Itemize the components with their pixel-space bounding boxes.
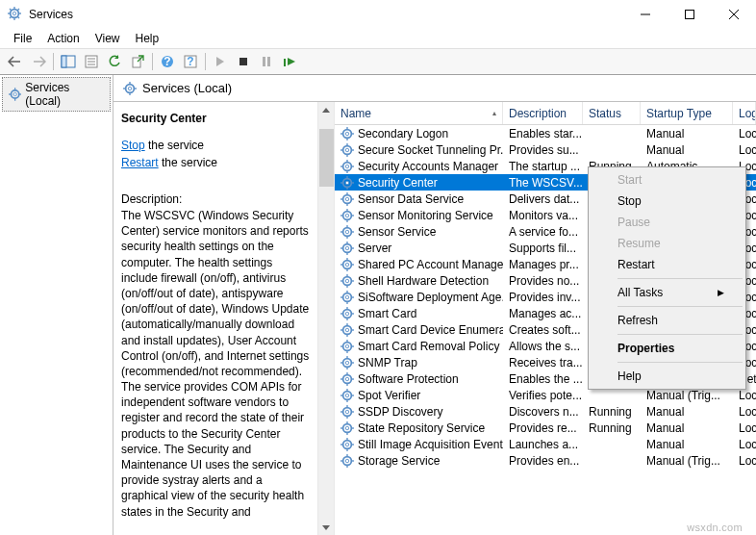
cell-name: Security Accounts Manager (335, 160, 503, 173)
menu-view[interactable]: View (88, 30, 128, 47)
gear-icon (340, 454, 354, 468)
cell-startup: Manual (641, 405, 733, 419)
table-row[interactable]: SSDP DiscoveryDiscovers n...RunningManua… (335, 403, 756, 420)
table-row[interactable]: Secure Socket Tunneling Pr...Provides su… (335, 141, 756, 158)
cell-desc: Monitors va... (503, 209, 583, 222)
start-service-button[interactable] (209, 51, 232, 72)
column-logon[interactable]: Log (733, 102, 756, 124)
cell-name: Storage Service (335, 454, 503, 468)
svg-rect-28 (284, 59, 286, 66)
cell-logon: Loc (733, 438, 756, 451)
menu-action[interactable]: Action (39, 30, 87, 47)
window-title: Services (29, 8, 623, 21)
svg-rect-15 (62, 56, 66, 67)
stop-link[interactable]: Stop (121, 139, 145, 152)
restart-link[interactable]: Restart (121, 156, 159, 169)
cell-desc: Verifies pote... (503, 389, 583, 402)
gear-icon (340, 258, 354, 271)
scroll-down-button[interactable] (318, 519, 334, 535)
table-row[interactable]: Still Image Acquisition EventsLaunches a… (335, 436, 756, 452)
cell-status: Running (583, 405, 641, 419)
help-button[interactable]: ? (156, 51, 179, 72)
svg-rect-26 (263, 57, 265, 66)
close-button[interactable] (712, 0, 756, 29)
svg-point-144 (345, 410, 349, 414)
vertical-scrollbar[interactable] (318, 102, 335, 535)
sort-asc-icon: ▴ (492, 109, 496, 117)
cell-logon: Loc (733, 143, 756, 157)
svg-point-72 (345, 214, 349, 217)
gear-icon (340, 274, 354, 288)
cell-desc: Enables star... (503, 127, 583, 140)
column-status[interactable]: Status (583, 102, 641, 124)
svg-rect-11 (686, 11, 694, 19)
help2-button[interactable]: ? (179, 51, 202, 72)
back-button[interactable] (4, 51, 27, 72)
cell-desc: Supports fil... (503, 242, 583, 255)
menu-help[interactable]: Help (128, 30, 167, 47)
cm-help[interactable]: Help (591, 366, 743, 387)
cell-name: Sensor Data Service (335, 192, 503, 206)
restart-suffix: the service (159, 156, 217, 169)
maximize-button[interactable] (668, 0, 712, 29)
svg-point-126 (345, 361, 349, 365)
cell-desc: Allows the s... (503, 340, 583, 353)
minimize-button[interactable] (623, 0, 668, 29)
svg-point-84 (345, 246, 349, 250)
svg-point-150 (345, 426, 349, 430)
title-bar: Services (0, 0, 756, 29)
stop-service-button[interactable] (232, 51, 255, 72)
stop-suffix: the service (145, 139, 204, 152)
scroll-thumb[interactable] (319, 129, 334, 187)
svg-point-36 (128, 87, 132, 90)
cell-name: Smart Card Removal Policy (335, 340, 503, 353)
watermark: wsxdn.com (687, 522, 743, 533)
cell-name: SSDP Discovery (335, 405, 503, 419)
cm-refresh[interactable]: Refresh (591, 310, 743, 331)
scroll-up-button[interactable] (318, 102, 334, 118)
toolbar: ? ? (0, 48, 756, 75)
pause-service-button[interactable] (255, 51, 278, 72)
cell-name: Sensor Service (335, 225, 503, 239)
cm-properties[interactable]: Properties (591, 338, 743, 359)
cell-desc: Provides re... (503, 421, 583, 435)
table-header: Name▴ Description Status Startup Type Lo… (335, 102, 756, 125)
svg-point-90 (345, 263, 349, 267)
table-row[interactable]: Storage ServiceProvides en...Manual (Tri… (335, 452, 756, 469)
tree-node-label: Services (Local) (25, 81, 104, 108)
svg-point-48 (345, 148, 349, 152)
svg-point-54 (345, 165, 349, 168)
cell-desc: Discovers n... (503, 405, 583, 419)
restart-service-button[interactable] (278, 51, 301, 72)
menu-file[interactable]: File (6, 30, 39, 47)
cm-pause: Pause (591, 212, 743, 233)
detail-panel: Security Center Stop the service Restart… (113, 102, 317, 535)
table-row[interactable]: Secondary LogonEnables star...ManualLoc (335, 125, 756, 141)
column-name[interactable]: Name▴ (335, 102, 503, 124)
table-row[interactable]: State Repository ServiceProvides re...Ru… (335, 420, 756, 436)
svg-point-120 (345, 344, 349, 348)
svg-rect-27 (267, 57, 270, 66)
cell-desc: A service fo... (503, 225, 583, 239)
cm-all-tasks[interactable]: All Tasks▶ (591, 282, 743, 303)
export-button[interactable] (126, 51, 149, 72)
tree-node-services-local[interactable]: Services (Local) (2, 77, 111, 112)
gear-icon (340, 389, 354, 402)
cm-restart[interactable]: Restart (591, 254, 743, 275)
chevron-right-icon: ▶ (718, 288, 724, 297)
column-startup-type[interactable]: Startup Type (641, 102, 733, 124)
tree-pane: Services (Local) (0, 75, 113, 535)
svg-point-108 (345, 312, 349, 316)
cell-desc: Provides su... (503, 143, 583, 157)
cell-logon: Loc (733, 454, 756, 468)
cm-stop[interactable]: Stop (591, 191, 743, 212)
cell-name: Server (335, 242, 503, 255)
column-description[interactable]: Description (503, 102, 583, 124)
forward-button[interactable] (27, 51, 50, 72)
refresh-button[interactable] (103, 51, 126, 72)
gear-icon (340, 340, 354, 353)
properties-toolbar-button[interactable] (80, 51, 103, 72)
show-hide-tree-button[interactable] (57, 51, 80, 72)
gear-icon (340, 242, 354, 255)
svg-point-162 (345, 459, 349, 463)
